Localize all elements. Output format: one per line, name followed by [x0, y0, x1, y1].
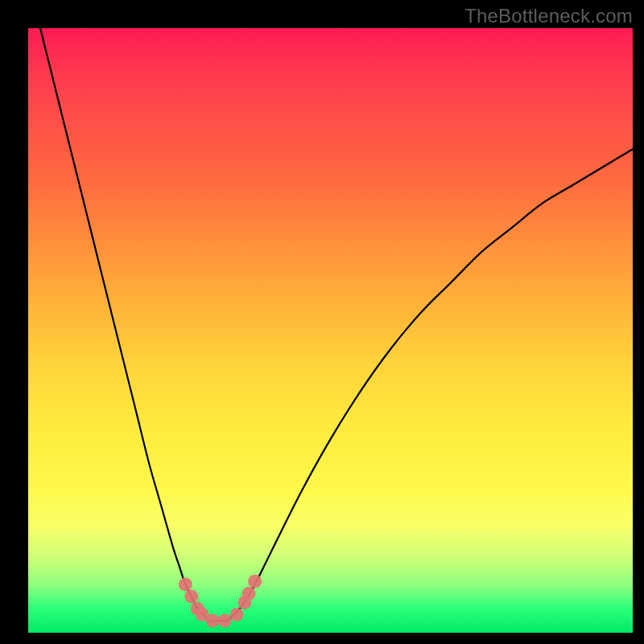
watermark-text: TheBottleneck.com [464, 5, 633, 27]
curve-layer [28, 0, 633, 621]
curve-marker [218, 613, 232, 627]
chart-frame: TheBottleneck.com [0, 0, 644, 644]
curve-marker [248, 575, 262, 588]
curve-marker [242, 587, 256, 601]
bottleneck-curve [28, 0, 633, 621]
curve-marker [206, 613, 220, 627]
curve-marker [230, 608, 244, 621]
marker-layer [179, 575, 262, 628]
curve-marker [179, 577, 192, 591]
curve-marker [184, 589, 198, 603]
plot-area [28, 28, 633, 633]
chart-svg [28, 28, 633, 633]
